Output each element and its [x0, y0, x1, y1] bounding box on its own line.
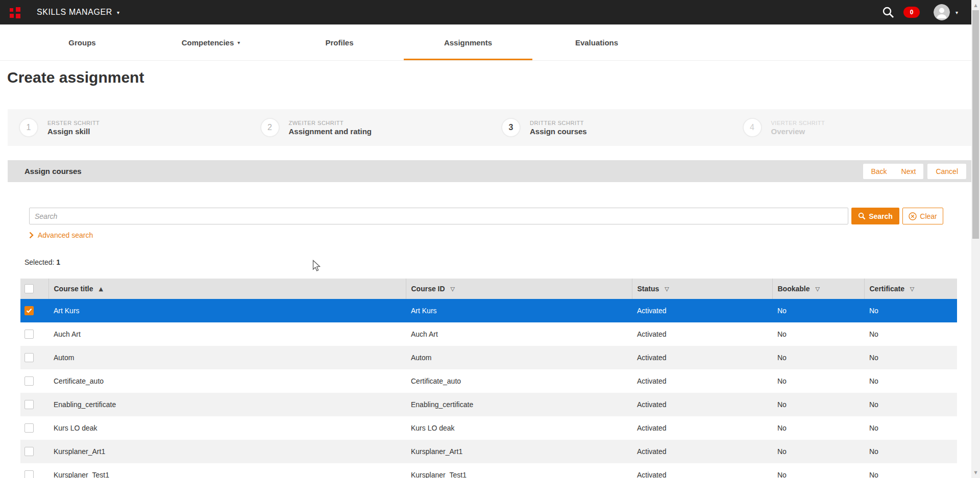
scrollbar-down-arrow-icon[interactable]: ▼	[971, 468, 980, 477]
back-next-button-group: Back Next	[863, 164, 923, 179]
cell-status: Activated	[632, 299, 772, 322]
wizard-step-3[interactable]: 3 DRITTER SCHRITT Assign courses	[490, 118, 731, 137]
user-menu-caret-icon[interactable]: ▾	[955, 10, 958, 15]
wizard-step-4: 4 VIERTER SCHRITT Overview	[731, 118, 973, 137]
cell-course-title: Certificate_auto	[48, 369, 406, 393]
cancel-button[interactable]: Cancel	[927, 164, 966, 179]
cell-status: Activated	[632, 440, 772, 463]
next-button[interactable]: Next	[901, 167, 916, 175]
notification-badge[interactable]: 0	[903, 7, 920, 18]
app-title: SKILLS MANAGER	[37, 8, 112, 17]
table-header-row: Course title ▲ Course ID ▽ Status ▽ Book…	[20, 279, 957, 299]
table-row[interactable]: Kursplaner_Art1 Kursplaner_Art1 Activate…	[20, 440, 957, 463]
cell-certificate: No	[864, 322, 957, 346]
table-row[interactable]: Auch Art Auch Art Activated No No	[20, 322, 957, 346]
step-title: Assign skill	[47, 127, 100, 136]
avatar[interactable]	[934, 4, 950, 20]
cell-bookable: No	[772, 440, 864, 463]
main-nav: Groups Competencies ▾ Profiles Assignmen…	[0, 24, 980, 61]
cell-course-title: Kursplaner_Test1	[48, 463, 406, 478]
search-bar: Search Clear	[29, 208, 943, 224]
table-row[interactable]: Certificate_auto Certificate_auto Activa…	[20, 369, 957, 393]
tab-groups[interactable]: Groups	[18, 24, 146, 60]
cell-course-title: Kursplaner_Art1	[48, 440, 406, 463]
cell-bookable: No	[772, 322, 864, 346]
cell-course-title: Art Kurs	[48, 299, 406, 322]
cell-course-id: Kursplaner_Test1	[406, 463, 632, 478]
wizard-step-1[interactable]: 1 ERSTER SCHRITT Assign skill	[8, 118, 249, 137]
section-toolbar: Assign courses Back Next Cancel	[8, 160, 972, 182]
clear-button[interactable]: Clear	[902, 208, 943, 224]
sort-asc-icon: ▲	[99, 286, 103, 292]
row-checkbox[interactable]	[24, 376, 34, 386]
cell-status: Activated	[632, 416, 772, 440]
select-all-checkbox[interactable]	[24, 284, 34, 293]
cell-certificate: No	[864, 299, 957, 322]
table-row[interactable]: Enabling_certificate Enabling_certificat…	[20, 393, 957, 416]
column-header-bookable[interactable]: Bookable ▽	[772, 279, 864, 299]
step-title: Assignment and rating	[289, 127, 372, 136]
column-header-certificate[interactable]: Certificate ▽	[864, 279, 957, 299]
table-row[interactable]: Autom Autom Activated No No	[20, 346, 957, 369]
tab-competencies[interactable]: Competencies ▾	[146, 24, 275, 60]
header-checkbox-cell	[20, 279, 48, 299]
cell-status: Activated	[632, 369, 772, 393]
tab-assignments[interactable]: Assignments	[404, 24, 532, 60]
cell-course-id: Autom	[406, 346, 632, 369]
back-button[interactable]: Back	[871, 167, 887, 175]
wizard-step-2[interactable]: 2 ZWEITER SCHRITT Assignment and rating	[249, 118, 491, 137]
cell-bookable: No	[772, 369, 864, 393]
search-input[interactable]	[29, 208, 848, 224]
vertical-scrollbar[interactable]: ▲ ▼	[971, 0, 980, 478]
cell-course-id: Enabling_certificate	[406, 393, 632, 416]
column-header-course-id[interactable]: Course ID ▽	[406, 279, 632, 299]
chevron-down-icon: ▾	[237, 40, 240, 45]
row-checkbox[interactable]	[24, 330, 34, 339]
table-row[interactable]: Kursplaner_Test1 Kursplaner_Test1 Activa…	[20, 463, 957, 478]
row-checkbox[interactable]	[24, 447, 34, 456]
cell-course-id: Kursplaner_Art1	[406, 440, 632, 463]
main-content: Create assignment 1 ERSTER SCHRITT Assig…	[0, 68, 980, 478]
cell-bookable: No	[772, 463, 864, 478]
sort-toggle-icon: ▽	[815, 286, 819, 292]
selected-count: Selected: 1	[24, 258, 980, 266]
selected-count-value: 1	[56, 258, 60, 266]
tab-profiles[interactable]: Profiles	[275, 24, 404, 60]
topbar: SKILLS MANAGER ▾ 0 ▾	[0, 0, 980, 24]
sort-toggle-icon: ▽	[910, 286, 914, 292]
scrollbar-thumb[interactable]	[972, 10, 979, 239]
clear-circle-x-icon	[909, 212, 917, 220]
cell-course-title: Kurs LO deak	[48, 416, 406, 440]
row-checkbox[interactable]	[24, 353, 34, 362]
sort-toggle-icon: ▽	[451, 286, 455, 292]
checkmark-icon	[26, 308, 32, 313]
step-title: Assign courses	[530, 127, 587, 136]
cell-certificate: No	[864, 416, 957, 440]
sort-toggle-icon: ▽	[665, 286, 669, 292]
scrollbar-up-arrow-icon[interactable]: ▲	[971, 1, 980, 10]
app-switcher[interactable]: SKILLS MANAGER ▾	[37, 8, 120, 17]
advanced-search-link[interactable]: Advanced search	[29, 231, 93, 239]
cell-bookable: No	[772, 393, 864, 416]
table-row[interactable]: Kurs LO deak Kurs LO deak Activated No N…	[20, 416, 957, 440]
tab-evaluations[interactable]: Evaluations	[532, 24, 661, 60]
cell-course-id: Certificate_auto	[406, 369, 632, 393]
row-checkbox[interactable]	[24, 306, 34, 315]
cell-certificate: No	[864, 463, 957, 478]
step-title: Overview	[771, 127, 825, 136]
row-checkbox[interactable]	[24, 400, 34, 409]
chevron-down-icon: ▾	[117, 10, 120, 15]
search-button[interactable]: Search	[851, 208, 899, 224]
column-header-course-title[interactable]: Course title ▲	[48, 279, 406, 299]
search-icon[interactable]	[881, 6, 895, 19]
column-header-status[interactable]: Status ▽	[632, 279, 772, 299]
row-checkbox[interactable]	[24, 423, 34, 433]
cell-course-id: Kurs LO deak	[406, 416, 632, 440]
cell-certificate: No	[864, 346, 957, 369]
cell-certificate: No	[864, 369, 957, 393]
cell-status: Activated	[632, 393, 772, 416]
step-number: 3	[501, 118, 521, 137]
table-row[interactable]: Art Kurs Art Kurs Activated No No	[20, 299, 957, 322]
row-checkbox[interactable]	[24, 470, 34, 478]
cell-certificate: No	[864, 393, 957, 416]
